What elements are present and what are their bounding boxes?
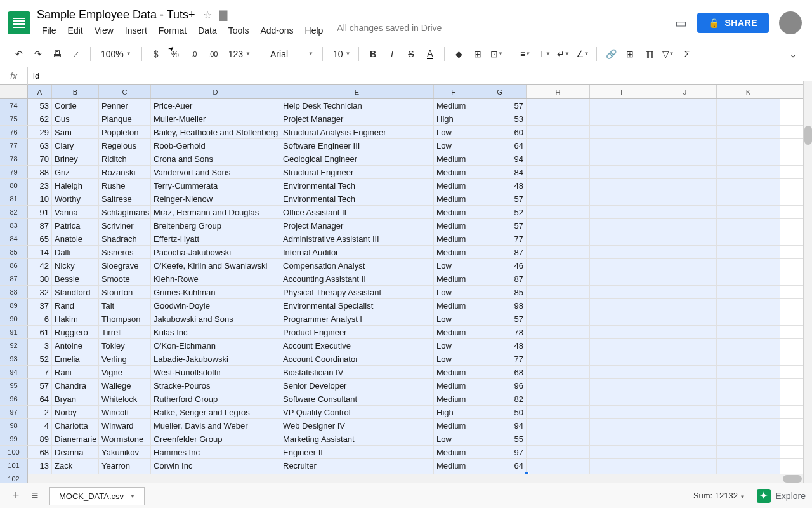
cell[interactable] (653, 446, 717, 458)
cell[interactable] (717, 352, 780, 365)
cell[interactable] (590, 352, 653, 365)
cell[interactable]: Medium (434, 392, 473, 405)
cell[interactable]: 57 (473, 99, 527, 112)
cell[interactable] (717, 419, 780, 432)
row-header[interactable]: 90 (0, 312, 28, 325)
cell[interactable]: Medium (434, 246, 473, 258)
cell[interactable]: Clary (52, 139, 99, 152)
row-header[interactable]: 98 (0, 419, 28, 432)
vertical-scrollbar[interactable] (803, 81, 812, 483)
cell[interactable]: Dianemarie (52, 432, 99, 445)
cell[interactable]: Tait (99, 299, 151, 312)
cell[interactable]: Greenfelder Group (151, 432, 280, 445)
zoom-select[interactable]: 100%▼ (96, 49, 136, 59)
row-header[interactable]: 81 (0, 192, 28, 205)
cell[interactable]: 48 (473, 339, 527, 352)
cell[interactable] (653, 286, 717, 298)
cell[interactable] (653, 232, 717, 245)
cell[interactable]: Medium (434, 99, 473, 112)
cell[interactable]: Anatole (52, 232, 99, 245)
cell[interactable]: 50 (473, 406, 527, 418)
cell[interactable]: Dalli (52, 246, 99, 258)
cell[interactable] (527, 326, 590, 338)
cell[interactable] (590, 152, 653, 165)
menu-format[interactable]: Format (154, 23, 192, 38)
cell[interactable] (527, 259, 590, 272)
cell[interactable]: 62 (28, 112, 52, 125)
text-color-button[interactable]: A (421, 45, 439, 63)
cell[interactable] (717, 139, 780, 152)
cell[interactable] (590, 179, 653, 192)
cell[interactable] (717, 152, 780, 165)
italic-button[interactable]: I (383, 45, 401, 63)
cell[interactable]: 46 (473, 259, 527, 272)
row-header[interactable]: 94 (0, 366, 28, 378)
cell[interactable] (653, 219, 717, 232)
cell[interactable]: Medium (434, 192, 473, 205)
table-row[interactable]: 8291VannaSchlagtmansMraz, Hermann and Do… (0, 206, 812, 219)
cell[interactable]: West-Runolfsdottir (151, 366, 280, 378)
decrease-decimal-button[interactable]: .0 (185, 45, 203, 63)
cell[interactable]: Tirrell (99, 326, 151, 338)
cell[interactable]: 94 (473, 152, 527, 165)
cell[interactable]: Project Manager (280, 219, 434, 232)
cell[interactable] (717, 246, 780, 258)
cell[interactable]: 23 (28, 179, 52, 192)
cell[interactable] (590, 459, 653, 472)
cell[interactable]: 13 (28, 459, 52, 472)
cell[interactable] (653, 392, 717, 405)
sheets-logo[interactable] (6, 10, 32, 36)
cell[interactable]: Roob-Gerhold (151, 139, 280, 152)
table-row[interactable]: 923AntoineTokleyO'Kon-EichmannAccount Ex… (0, 339, 812, 352)
cell[interactable] (590, 206, 653, 218)
cell[interactable] (527, 299, 590, 312)
cell[interactable]: Reinger-Nienow (151, 192, 280, 205)
col-header-k[interactable]: K (717, 85, 780, 98)
cell[interactable] (527, 379, 590, 392)
cell[interactable]: Environmental Tech (280, 192, 434, 205)
cell[interactable] (527, 352, 590, 365)
menu-help[interactable]: Help (300, 23, 329, 38)
cell[interactable] (527, 366, 590, 378)
text-rotation-button[interactable]: ∠▼ (573, 45, 591, 63)
cell[interactable]: Stracke-Pouros (151, 379, 280, 392)
cell[interactable]: 4 (28, 419, 52, 432)
table-row[interactable]: 8730BessieSmooteKiehn-RoweAccounting Ass… (0, 272, 812, 286)
cell[interactable]: Low (434, 352, 473, 365)
menu-addons[interactable]: Add-ons (255, 23, 298, 38)
cell[interactable]: Ratke, Senger and Legros (151, 406, 280, 418)
cell[interactable]: Web Designer IV (280, 419, 434, 432)
cell[interactable] (590, 246, 653, 258)
row-header[interactable]: 96 (0, 392, 28, 405)
cell[interactable]: Medium (434, 419, 473, 432)
cell[interactable] (527, 206, 590, 218)
cell[interactable]: 96 (473, 379, 527, 392)
currency-button[interactable]: $ (147, 45, 165, 63)
table-row[interactable]: 10068DeannaYakunikovHammes IncEngineer I… (0, 446, 812, 459)
cell[interactable]: Rani (52, 366, 99, 378)
table-row[interactable]: 9557ChandraWallegeStracke-PourosSenior D… (0, 379, 812, 392)
cell[interactable] (717, 286, 780, 298)
cell[interactable]: Vanna (52, 206, 99, 218)
cell[interactable]: Tokley (99, 339, 151, 352)
table-row[interactable]: 8387PatricaScrivinerBreitenberg GroupPro… (0, 219, 812, 232)
document-title[interactable]: Sample Employee Data - Tuts+ (37, 8, 195, 22)
cell[interactable] (717, 179, 780, 192)
cell[interactable]: Goodwin-Doyle (151, 299, 280, 312)
cell[interactable]: 64 (473, 139, 527, 152)
cell[interactable]: High (434, 406, 473, 418)
cell[interactable] (590, 139, 653, 152)
table-row[interactable]: 7763ClaryRegelousRoob-GerholdSoftware En… (0, 139, 812, 152)
cell[interactable]: Account Executive (280, 339, 434, 352)
cell[interactable]: Low (434, 312, 473, 325)
cell[interactable] (527, 152, 590, 165)
cell[interactable]: Cortie (52, 99, 99, 112)
cell[interactable] (590, 286, 653, 298)
redo-button[interactable]: ↷ (29, 45, 47, 63)
cell[interactable] (590, 432, 653, 445)
row-header[interactable]: 99 (0, 432, 28, 445)
cell[interactable]: 68 (473, 366, 527, 378)
cell[interactable]: Haleigh (52, 179, 99, 192)
cell[interactable]: Penner (99, 99, 151, 112)
cell[interactable] (653, 379, 717, 392)
